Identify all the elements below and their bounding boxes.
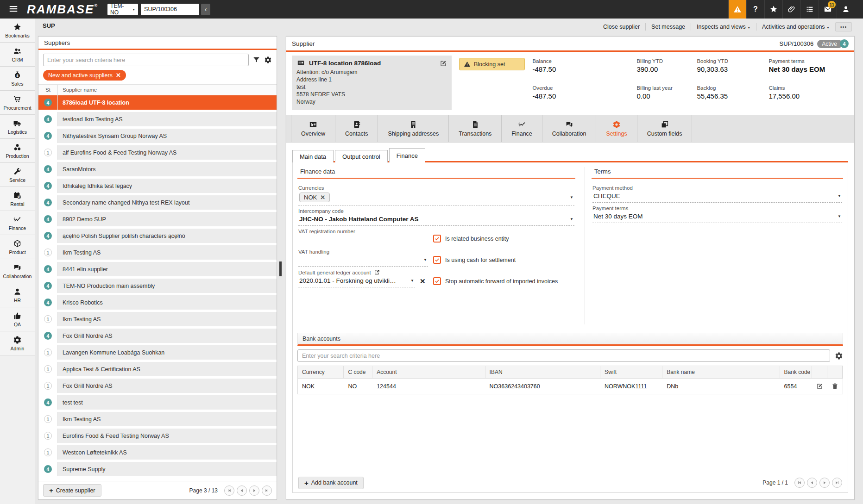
supplier-row[interactable]: 4 Secondary name changed Nithya test REX… <box>38 195 277 210</box>
supplier-row[interactable]: 4 TEM-NO Production main assembly <box>38 279 277 293</box>
suppliers-page-first-button[interactable] <box>224 485 234 496</box>
supplier-row[interactable]: 1 Applica Test & Certification AS <box>38 362 277 376</box>
back-button[interactable]: ‹ <box>201 4 210 15</box>
supplier-row[interactable]: 1 Westcon Løfteteknikk AS <box>38 445 277 460</box>
subtab-finance[interactable]: Finance <box>389 148 425 162</box>
action-inspects-and-views[interactable]: Inspects and views ▼ <box>697 24 750 30</box>
intercompany-value[interactable]: JHC-NO - Jakob Hatteland Computer AS ▼ <box>298 214 574 226</box>
filter-icon[interactable] <box>252 56 260 64</box>
currencies-value[interactable]: NOK✕ ▼ <box>298 191 574 205</box>
suppliers-page-prev-button[interactable] <box>237 485 247 496</box>
more-actions-button[interactable]: ••• <box>835 22 852 31</box>
subtab-output-control[interactable]: Output control <box>335 150 388 162</box>
supplier-row[interactable]: 1 alf Eurofins Food & Feed Testing Norwa… <box>38 145 277 160</box>
tab-shipping-addresses[interactable]: Shipping addresses <box>378 115 449 142</box>
sidebar-item-crm[interactable]: CRM <box>0 43 35 67</box>
object-search-input[interactable] <box>141 4 199 15</box>
supplier-row[interactable]: 4 8902 Demo SUP <box>38 212 277 226</box>
bank-page-prev-button[interactable] <box>807 478 817 488</box>
supplier-row[interactable]: 4 8786load UTF-8 location <box>38 95 277 110</box>
alerts-button[interactable] <box>728 0 746 19</box>
supplier-row[interactable]: 1 Ikm Testing AS <box>38 245 277 260</box>
chevron-down-icon[interactable]: ▼ <box>570 195 573 199</box>
supplier-row[interactable]: 1 Fox Grill Nordre AS <box>38 379 277 393</box>
context-selector[interactable]: TEM-NO ▼ <box>107 4 138 15</box>
suppliers-page-last-button[interactable] <box>262 485 272 496</box>
user-button[interactable] <box>837 0 855 19</box>
sidebar-item-finance[interactable]: Finance <box>0 211 35 235</box>
help-button[interactable]: ? <box>746 0 764 19</box>
subtab-main-data[interactable]: Main data <box>292 150 334 162</box>
edit-icon[interactable] <box>816 383 823 390</box>
chevron-down-icon[interactable]: ▼ <box>410 279 414 283</box>
sidebar-item-procurement[interactable]: Procurement <box>0 91 35 115</box>
clear-icon[interactable]: ✕ <box>420 277 426 286</box>
attachments-button[interactable] <box>782 0 800 19</box>
app-logo[interactable]: RAMBASE® <box>27 2 97 17</box>
sidebar-item-production[interactable]: Production <box>0 139 35 163</box>
bank-page-last-button[interactable] <box>832 478 842 488</box>
suppliers-search-input[interactable] <box>43 54 249 66</box>
supplier-row[interactable]: 4 ącęłńó Polish Supplier polilsh charact… <box>38 229 277 243</box>
sidebar-item-rental[interactable]: Rental <box>0 187 35 211</box>
favorites-button[interactable] <box>764 0 782 19</box>
external-link-icon[interactable] <box>374 269 380 275</box>
bank-search-input[interactable] <box>297 349 830 362</box>
sidebar-item-qa[interactable]: QA <box>0 307 35 331</box>
tab-collaboration[interactable]: Collaboration <box>542 115 597 142</box>
supplier-row[interactable]: 4 Krisco Robotics <box>38 295 277 310</box>
payment-method-value[interactable]: CHEQUE ▼ <box>592 191 842 203</box>
supplier-row[interactable]: 4 8441 elin supplier <box>38 262 277 276</box>
vat-number-value[interactable] <box>298 234 428 246</box>
chevron-down-icon[interactable]: ▼ <box>838 194 841 198</box>
checkbox-is-using-cash-for-settlement[interactable]: Is using cash for settlement <box>433 256 572 264</box>
checkbox-stop-automatic-forward[interactable]: Stop automatic forward of imported invoi… <box>433 277 572 285</box>
supplier-row[interactable]: 4 Fox Grill Nordre AS <box>38 329 277 343</box>
tasks-button[interactable] <box>800 0 819 19</box>
supplier-row[interactable]: 4 testload Ikm Testing AS <box>38 112 277 126</box>
tab-transactions[interactable]: Transactions <box>449 115 502 142</box>
menu-button[interactable] <box>8 4 19 15</box>
ledger-value[interactable]: 2020.01.01 - Forskning og utvikling, erv… <box>298 275 415 287</box>
supplier-row[interactable]: 4 Supreme Supply <box>38 462 277 476</box>
sidebar-item-hr[interactable]: HR <box>0 283 35 307</box>
sidebar-item-bookmarks[interactable]: Bookmarks <box>0 19 35 43</box>
supplier-row[interactable]: 1 Ikm Testing AS <box>38 312 277 326</box>
action-set-message[interactable]: Set message <box>651 24 685 30</box>
action-activities-and-operations[interactable]: Activities and operations ▼ <box>762 24 830 30</box>
close-icon[interactable]: ✕ <box>116 72 121 79</box>
bank-account-row[interactable]: NOKNO124544NO3636243403760NORWNOK1111DNb… <box>298 379 843 394</box>
supplier-row[interactable]: 1 Eurofins Food & Feed Testing Norway AS <box>38 429 277 443</box>
tab-settings[interactable]: Settings <box>596 115 637 142</box>
tab-overview[interactable]: Overview <box>291 115 335 142</box>
supplier-row[interactable]: 1 Ikm Testing AS <box>38 412 277 426</box>
sidebar-item-product[interactable]: Product <box>0 235 35 259</box>
bank-page-first-button[interactable] <box>794 478 805 488</box>
sidebar-item-sales[interactable]: Sales <box>0 67 35 91</box>
gear-icon[interactable] <box>264 56 272 64</box>
trash-icon[interactable] <box>832 383 838 390</box>
checkbox-checked-icon[interactable] <box>433 256 441 264</box>
close-icon[interactable]: ✕ <box>320 194 325 201</box>
action-close-supplier[interactable]: Close supplier <box>603 24 640 30</box>
splitter-handle[interactable] <box>279 261 282 276</box>
supplier-row[interactable]: 4 Nithyatestrex Synsam Group Norway AS <box>38 129 277 143</box>
tab-finance[interactable]: Finance <box>502 115 542 142</box>
messages-button[interactable]: 11 <box>819 0 837 19</box>
currency-chip[interactable]: NOK✕ <box>299 193 330 202</box>
sidebar-item-service[interactable]: Service <box>0 163 35 187</box>
sidebar-item-logistics[interactable]: Logistics <box>0 115 35 139</box>
supplier-row[interactable]: 1 Lavangen Kommune Loabága Suohkan <box>38 345 277 360</box>
suppliers-page-next-button[interactable] <box>249 485 259 496</box>
supplier-row[interactable]: 4 Idhikaleg Idhika test legacy <box>38 179 277 193</box>
tab-custom-fields[interactable]: Custom fields <box>637 115 693 142</box>
checkbox-is-related-business-entity[interactable]: Is related business entity <box>433 235 572 243</box>
checkbox-checked-icon[interactable] <box>433 277 441 285</box>
edit-icon[interactable] <box>440 60 447 67</box>
chevron-down-icon[interactable]: ▼ <box>570 217 573 221</box>
blocking-warning[interactable]: Blocking set <box>459 58 525 70</box>
add-bank-account-button[interactable]: +Add bank account <box>298 477 364 489</box>
chevron-down-icon[interactable]: ▼ <box>838 214 841 218</box>
sidebar-item-admin[interactable]: Admin <box>0 331 35 355</box>
supplier-row[interactable]: 4 SaranMotors <box>38 162 277 176</box>
